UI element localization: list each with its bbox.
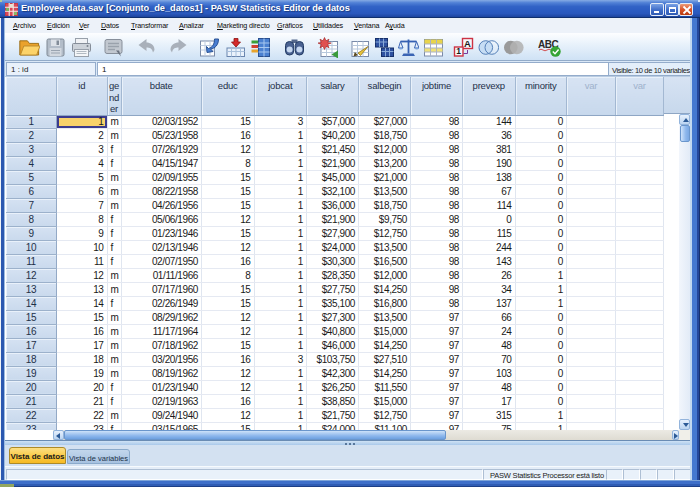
svg-text:1: 1 (456, 46, 461, 56)
svg-text:A: A (464, 37, 471, 48)
